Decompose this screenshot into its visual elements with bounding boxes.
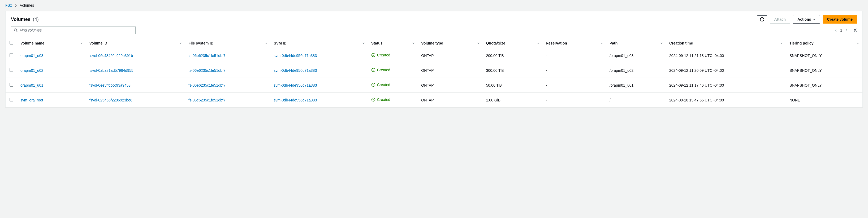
- sort-icon: [780, 42, 783, 44]
- search-box[interactable]: [11, 26, 135, 34]
- search-icon: [14, 28, 18, 32]
- gear-icon: [853, 28, 857, 32]
- reservation-cell: -: [542, 78, 606, 93]
- col-label: SVM ID: [274, 41, 287, 45]
- status-text: Created: [377, 53, 390, 57]
- col-status[interactable]: Status: [368, 38, 418, 48]
- table-row: orapm01_u03 fsvol-06c48420c929b391b fs-0…: [6, 48, 862, 63]
- file-system-id-link[interactable]: fs-06e6235c1fe51dbf7: [188, 83, 225, 87]
- col-label: Quota/Size: [486, 41, 505, 45]
- breadcrumb-root[interactable]: FSx: [5, 3, 12, 7]
- sort-icon: [537, 42, 539, 44]
- settings-button[interactable]: [853, 28, 857, 32]
- pager-next[interactable]: [845, 29, 848, 32]
- col-tiering-policy[interactable]: Tiering policy: [786, 38, 862, 48]
- col-label: Reservation: [546, 41, 567, 45]
- sort-icon: [660, 42, 663, 44]
- volume-id-link[interactable]: fsvol-06c48420c929b391b: [89, 53, 133, 58]
- status-badge: Created: [371, 53, 390, 57]
- sort-icon: [179, 42, 182, 44]
- col-reservation[interactable]: Reservation: [542, 38, 606, 48]
- svm-id-link[interactable]: svm-0db44de956d71a383: [274, 53, 317, 58]
- check-circle-icon: [371, 53, 375, 57]
- svm-id-link[interactable]: svm-0db44de956d71a383: [274, 68, 317, 73]
- breadcrumb-current: Volumes: [20, 3, 34, 7]
- col-svm-id[interactable]: SVM ID: [271, 38, 368, 48]
- row-checkbox[interactable]: [9, 83, 13, 86]
- select-all-checkbox[interactable]: [9, 41, 13, 44]
- attach-button[interactable]: Attach: [770, 15, 790, 24]
- file-system-id-link[interactable]: fs-06e6235c1fe51dbf7: [188, 53, 225, 58]
- volume-name-link[interactable]: svm_ora_root: [21, 98, 43, 102]
- check-circle-icon: [371, 98, 375, 102]
- sort-icon: [857, 42, 859, 44]
- quota-cell: 50.00 TiB: [483, 78, 542, 93]
- svm-id-link[interactable]: svm-0db44de956d71a383: [274, 98, 317, 102]
- sort-icon: [600, 42, 603, 44]
- col-label: Path: [610, 41, 618, 45]
- row-checkbox[interactable]: [9, 68, 13, 72]
- volume-type-cell: ONTAP: [418, 93, 483, 108]
- col-label: File system ID: [188, 41, 213, 45]
- col-label: Status: [371, 41, 383, 45]
- status-badge: Created: [371, 68, 390, 72]
- col-path[interactable]: Path: [606, 38, 666, 48]
- status-text: Created: [377, 83, 390, 87]
- file-system-id-link[interactable]: fs-06e6235c1fe51dbf7: [188, 98, 225, 102]
- creation-time-cell: 2024-09-10 13:47:55 UTC -04:00: [666, 93, 786, 108]
- col-label: Creation time: [669, 41, 693, 45]
- quota-cell: 1.00 GiB: [483, 93, 542, 108]
- file-system-id-link[interactable]: fs-06e6235c1fe51dbf7: [188, 68, 225, 73]
- title-text: Volumes: [11, 17, 31, 22]
- create-volume-button[interactable]: Create volume: [823, 15, 857, 24]
- col-quota-size[interactable]: Quota/Size: [483, 38, 542, 48]
- tiering-cell: SNAPSHOT_ONLY: [786, 48, 862, 63]
- caret-down-icon: [813, 18, 815, 21]
- chevron-right-icon: [14, 4, 17, 7]
- volume-name-link[interactable]: orapm01_u03: [21, 53, 43, 58]
- creation-time-cell: 2024-09-12 11:20:09 UTC -04:00: [666, 63, 786, 78]
- row-checkbox[interactable]: [9, 98, 13, 102]
- sort-icon: [362, 42, 365, 44]
- volume-name-link[interactable]: orapm01_u01: [21, 83, 43, 87]
- col-file-system-id[interactable]: File system ID: [185, 38, 270, 48]
- check-circle-icon: [371, 68, 375, 72]
- path-cell: /orapm01_u03: [606, 48, 666, 63]
- tiering-cell: SNAPSHOT_ONLY: [786, 78, 862, 93]
- table-row: svm_ora_root fsvol-025465f2286923be6 fs-…: [6, 93, 862, 108]
- pager-page: 1: [840, 28, 842, 32]
- breadcrumb: FSx Volumes: [0, 0, 868, 9]
- status-text: Created: [377, 68, 390, 72]
- col-volume-id[interactable]: Volume ID: [86, 38, 185, 48]
- col-label: Volume ID: [89, 41, 107, 45]
- status-badge: Created: [371, 83, 390, 87]
- col-creation-time[interactable]: Creation time: [666, 38, 786, 48]
- table-header-row: Volume name Volume ID File system ID SVM…: [6, 38, 862, 48]
- refresh-icon: [760, 17, 764, 22]
- search-input[interactable]: [20, 28, 133, 32]
- title-count: (4): [33, 17, 39, 22]
- volume-name-link[interactable]: orapm01_u02: [21, 68, 43, 73]
- svm-id-link[interactable]: svm-0db44de956d71a383: [274, 83, 317, 87]
- actions-label: Actions: [798, 17, 811, 22]
- filter-row: 1: [6, 26, 862, 38]
- col-volume-name[interactable]: Volume name: [17, 38, 86, 48]
- pager: 1: [834, 28, 857, 32]
- sort-icon: [81, 42, 83, 44]
- volume-type-cell: ONTAP: [418, 48, 483, 63]
- volumes-panel: Volumes (4) Attach Actions Create volume: [5, 11, 863, 108]
- pager-prev[interactable]: [834, 29, 837, 32]
- col-volume-type[interactable]: Volume type: [418, 38, 483, 48]
- svg-point-0: [14, 29, 17, 31]
- col-label: Volume type: [421, 41, 443, 45]
- volume-id-link[interactable]: fsvol-0aba81ad57964d955: [89, 68, 133, 73]
- refresh-button[interactable]: [757, 15, 767, 23]
- creation-time-cell: 2024-09-12 11:17:46 UTC -04:00: [666, 78, 786, 93]
- volume-id-link[interactable]: fsvol-025465f2286923be6: [89, 98, 132, 102]
- table-row: orapm01_u02 fsvol-0aba81ad57964d955 fs-0…: [6, 63, 862, 78]
- row-checkbox[interactable]: [9, 53, 13, 57]
- volume-id-link[interactable]: fsvol-0ee5ffdccc93a9453: [89, 83, 130, 87]
- tiering-cell: SNAPSHOT_ONLY: [786, 63, 862, 78]
- sort-icon: [477, 42, 480, 44]
- actions-dropdown[interactable]: Actions: [793, 15, 820, 24]
